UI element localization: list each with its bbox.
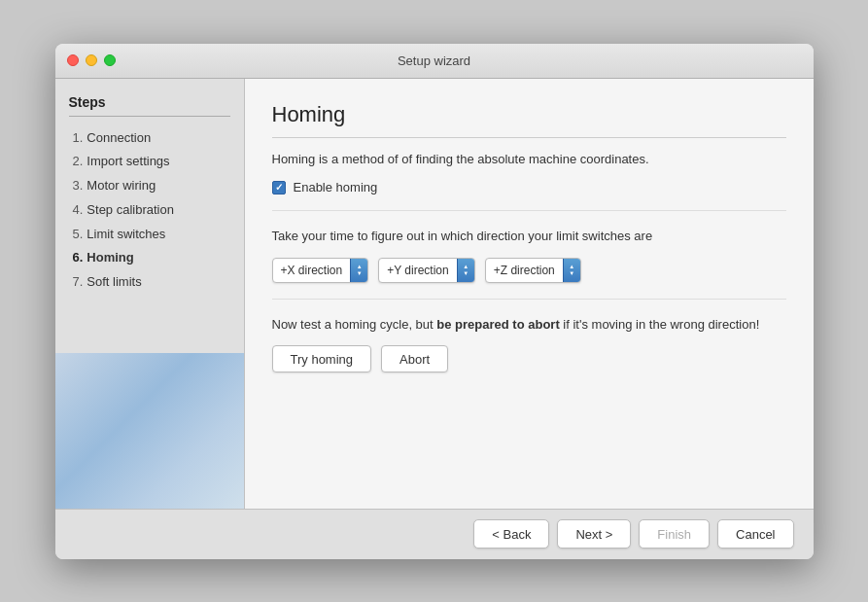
finish-button[interactable]: Finish <box>639 519 710 549</box>
sidebar-background-decoration <box>55 353 244 509</box>
x-direction-value: +X direction <box>273 264 351 277</box>
z-direction-select[interactable]: +Z direction <box>485 258 581 283</box>
sidebar-item-homing[interactable]: 6.Homing <box>69 246 230 270</box>
main-content: Homing Homing is a method of of finding … <box>245 79 814 509</box>
section-try-homing: Now test a homing cycle, but be prepared… <box>272 315 786 389</box>
y-direction-value: +Y direction <box>379 264 457 277</box>
sidebar-item-import-settings[interactable]: 2.Import settings <box>69 150 230 174</box>
steps-list: 1.Connection 2.Import settings 3.Motor w… <box>69 126 230 296</box>
setup-wizard-window: Setup wizard Steps 1.Connection 2.Import… <box>55 44 814 559</box>
sidebar-title: Steps <box>69 94 230 117</box>
enable-homing-label: Enable homing <box>294 180 378 195</box>
sidebar-item-limit-switches[interactable]: 5.Limit switches <box>69 223 230 247</box>
try-homing-button[interactable]: Try homing <box>272 345 372 372</box>
y-direction-arrow-icon <box>457 259 474 282</box>
try-homing-description: Now test a homing cycle, but be prepared… <box>272 315 786 335</box>
enable-homing-row: Enable homing <box>272 180 786 195</box>
sidebar-item-soft-limits[interactable]: 7.Soft limits <box>69 270 230 295</box>
z-direction-value: +Z direction <box>486 264 563 277</box>
sidebar-item-step-calibration[interactable]: 4.Step calibration <box>69 198 230 223</box>
close-button[interactable] <box>67 54 79 66</box>
sidebar: Steps 1.Connection 2.Import settings 3.M… <box>55 79 245 509</box>
next-button[interactable]: Next > <box>557 519 631 549</box>
x-direction-arrow-icon <box>350 259 367 282</box>
sidebar-item-connection[interactable]: 1.Connection <box>69 126 230 151</box>
x-direction-select[interactable]: +X direction <box>272 258 369 283</box>
y-direction-select[interactable]: +Y direction <box>378 258 475 283</box>
directions-description: Take your time to figure out in which di… <box>272 227 786 246</box>
footer: < Back Next > Finish Cancel <box>55 509 814 559</box>
abort-button[interactable]: Abort <box>381 345 448 372</box>
section-directions: Take your time to figure out in which di… <box>272 227 786 300</box>
minimize-button[interactable] <box>86 54 97 66</box>
enable-homing-checkbox[interactable] <box>272 181 286 195</box>
back-button[interactable]: < Back <box>473 519 549 549</box>
maximize-button[interactable] <box>104 54 116 66</box>
page-title: Homing <box>272 102 786 138</box>
window-content: Steps 1.Connection 2.Import settings 3.M… <box>55 79 814 509</box>
window-title: Setup wizard <box>398 53 470 68</box>
titlebar: Setup wizard <box>55 44 814 79</box>
section-enable-homing: Homing is a method of of finding the abs… <box>272 150 786 212</box>
cancel-button[interactable]: Cancel <box>717 519 793 549</box>
traffic-lights <box>67 54 116 66</box>
homing-action-buttons: Try homing Abort <box>272 345 786 372</box>
z-direction-arrow-icon <box>563 259 580 282</box>
directions-dropdowns: +X direction +Y direction +Z direction <box>272 258 786 283</box>
sidebar-item-motor-wiring[interactable]: 3.Motor wiring <box>69 174 230 198</box>
homing-description: Homing is a method of of finding the abs… <box>272 150 786 169</box>
